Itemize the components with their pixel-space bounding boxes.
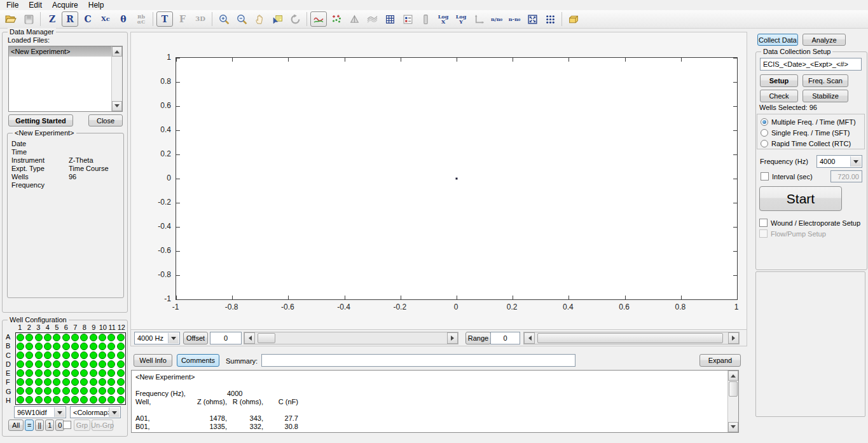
well-C11[interactable] [107, 351, 115, 359]
well-H11[interactable] [107, 396, 115, 404]
theta-button[interactable]: θ [115, 11, 132, 27]
well-A11[interactable] [107, 334, 115, 341]
well-C1[interactable] [17, 351, 24, 359]
well-H2[interactable] [25, 396, 33, 404]
comments-button[interactable]: Comments [177, 354, 219, 367]
well-C10[interactable] [99, 351, 106, 359]
well-E2[interactable] [25, 369, 33, 377]
scroll-up-button[interactable] [728, 371, 738, 381]
well-B9[interactable] [90, 343, 97, 350]
close-button[interactable]: Close [88, 114, 123, 126]
output-scrollbar[interactable] [727, 371, 738, 432]
loaded-files-list[interactable]: <New Experiment> [8, 46, 123, 112]
well-E9[interactable] [90, 369, 97, 377]
well-D1[interactable] [17, 360, 24, 368]
well-C4[interactable] [44, 351, 52, 359]
well-F12[interactable] [117, 378, 125, 386]
well-G3[interactable] [35, 387, 43, 395]
colormap-select[interactable]: <Colormap> [70, 406, 121, 418]
well-B5[interactable] [53, 343, 60, 350]
file-list-scrollbar[interactable] [111, 46, 122, 111]
well-A4[interactable] [44, 334, 52, 341]
well-G2[interactable] [25, 387, 33, 395]
well-C8[interactable] [80, 351, 88, 359]
well-D8[interactable] [80, 360, 88, 368]
menu-edit[interactable]: Edit [24, 0, 47, 10]
well-F1[interactable] [17, 378, 24, 386]
capacitance-c-button[interactable]: C [79, 11, 96, 27]
offset-input[interactable]: 0 [210, 332, 242, 344]
time-mode-button[interactable]: T [156, 11, 173, 27]
scrollbar-thumb[interactable] [258, 333, 275, 343]
open-file-icon[interactable] [3, 11, 19, 27]
check-button[interactable]: Check [760, 90, 798, 102]
well-H4[interactable] [44, 396, 52, 404]
well-E10[interactable] [99, 369, 106, 377]
well-F4[interactable] [44, 378, 52, 386]
well-C3[interactable] [35, 351, 43, 359]
well-B3[interactable] [35, 343, 43, 350]
well-filter-button-2[interactable]: || [35, 419, 44, 431]
dropdown-arrow-icon[interactable] [54, 407, 65, 417]
well-G8[interactable] [80, 387, 88, 395]
mode-radio-1[interactable]: Single Freq. / Time (SFT) [757, 127, 864, 138]
plate-grid[interactable] [15, 332, 126, 405]
scroll-right-button[interactable] [447, 332, 458, 344]
annotate-icon[interactable] [269, 11, 286, 27]
well-A7[interactable] [71, 334, 79, 341]
well-G5[interactable] [53, 387, 60, 395]
well-H6[interactable] [62, 396, 70, 404]
well-F10[interactable] [99, 378, 106, 386]
dropdown-arrow-icon[interactable] [109, 407, 120, 417]
pan-hand-icon[interactable] [251, 11, 268, 27]
well-B7[interactable] [71, 343, 79, 350]
well-D10[interactable] [99, 360, 106, 368]
well-filter-button-1[interactable]: = [25, 419, 34, 431]
well-info-button[interactable]: Well Info [134, 354, 172, 367]
well-G6[interactable] [62, 387, 70, 395]
fullscreen-button[interactable] [524, 11, 541, 27]
start-button[interactable]: Start [759, 186, 842, 211]
well-H5[interactable] [53, 396, 60, 404]
getting-started-button[interactable]: Getting Started [8, 114, 73, 126]
well-B1[interactable] [17, 343, 24, 350]
well-E11[interactable] [107, 369, 115, 377]
well-C12[interactable] [117, 351, 125, 359]
well-F5[interactable] [53, 378, 60, 386]
scroll-down-button[interactable] [728, 422, 738, 432]
scrollbar-thumb[interactable] [537, 333, 723, 343]
range-scrollbar[interactable] [523, 332, 740, 344]
wound-electroporate-checkbox[interactable] [759, 219, 768, 227]
well-D11[interactable] [107, 360, 115, 368]
well-C5[interactable] [53, 351, 60, 359]
well-F9[interactable] [90, 378, 97, 386]
well-D7[interactable] [71, 360, 79, 368]
well-E4[interactable] [44, 369, 52, 377]
well-D4[interactable] [44, 360, 52, 368]
well-G11[interactable] [107, 387, 115, 395]
well-E8[interactable] [80, 369, 88, 377]
dropdown-arrow-icon[interactable] [850, 156, 861, 167]
well-A1[interactable] [17, 334, 24, 341]
stabilize-button[interactable]: Stabilize [803, 90, 848, 102]
scroll-left-button[interactable] [244, 332, 255, 344]
summary-input[interactable] [261, 354, 575, 367]
well-A3[interactable] [35, 334, 43, 341]
impedance-z-button[interactable]: Z [44, 11, 60, 27]
resistance-r-button[interactable]: R [62, 11, 78, 27]
scroll-up-button[interactable] [112, 46, 122, 57]
zoom-out-icon[interactable] [233, 11, 250, 27]
well-G1[interactable] [17, 387, 24, 395]
well-H9[interactable] [90, 396, 97, 404]
tray-icon[interactable] [565, 11, 582, 27]
range-input[interactable]: 0 [490, 332, 520, 344]
well-filter-button-0[interactable]: All [8, 419, 24, 431]
well-B11[interactable] [107, 343, 115, 350]
well-C2[interactable] [25, 351, 33, 359]
well-H3[interactable] [35, 396, 43, 404]
well-H10[interactable] [99, 396, 106, 404]
well-A10[interactable] [99, 334, 106, 341]
well-B12[interactable] [117, 343, 125, 350]
normalize-divide-button[interactable]: n/n₀ [488, 11, 505, 27]
well-E3[interactable] [35, 369, 43, 377]
